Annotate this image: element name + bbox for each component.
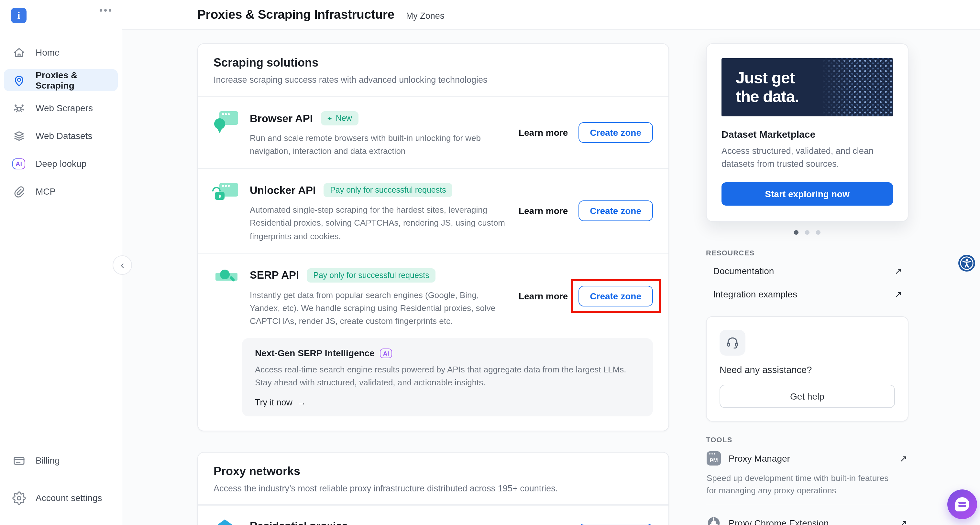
accessibility-button[interactable] [958,255,975,271]
proxy-networks-card: Proxy networks Access the industry’s mos… [197,452,669,525]
external-link-icon: ↗ [894,289,902,299]
external-link-icon: ↗ [900,453,907,463]
carousel-dot-2[interactable] [805,230,810,235]
sidebar-item-label: Account settings [36,493,102,503]
page-header: Proxies & Scraping Infrastructure My Zon… [122,0,980,30]
unlocker-api-icon [213,182,239,208]
banner-line-2: the data. [736,87,799,106]
sidebar-item-deep-lookup[interactable]: AI Deep lookup [4,152,118,174]
solution-description: Run and scale remote browsers with built… [250,132,508,158]
carousel-dots [706,230,908,235]
browser-api-icon [213,110,239,136]
right-rail: Just get the data. Dataset Marketplace A… [706,43,908,525]
pay-per-success-badge: Pay only for successful requests [323,183,453,198]
sidebar-item-home[interactable]: Home [4,41,118,63]
tool-proxy-chrome-extension[interactable]: Proxy Chrome Extension ↗ [706,511,908,525]
solution-row-unlocker-api: Unlocker API Pay only for successful req… [198,168,668,254]
gear-icon [12,491,26,505]
solution-title: SERP API [250,269,299,281]
brand-logo-icon[interactable]: i [11,8,27,23]
just-get-the-data-banner: Just get the data. [721,58,893,116]
sidebar-item-web-scrapers[interactable]: Web Scrapers [4,97,118,119]
promo-title: Next-Gen SERP Intelligence [255,348,375,358]
app-root: i Home Proxies & Scraping Web Scrapers [0,0,980,525]
proxy-manager-icon: PM [706,451,721,465]
sidebar-bottom-nav: Billing Account settings [4,449,118,509]
annotation-highlight-box: Create zone [570,279,661,313]
card-title: Scraping solutions [213,56,653,70]
start-exploring-button[interactable]: Start exploring now [721,182,893,205]
sidebar-item-label: Billing [36,455,60,466]
headset-icon [719,330,745,355]
sparkle-icon: ✦ [327,115,332,122]
sidebar-item-label: Deep lookup [36,159,86,169]
sidebar-item-account-settings[interactable]: Account settings [4,487,118,509]
scraping-solutions-header: Scraping solutions Increase scraping suc… [198,44,668,96]
divider [706,503,908,504]
tool-description: Speed up development time with built-in … [706,472,898,497]
promo-description: Access real-time search engine results p… [255,363,640,390]
card-subtitle: Access the industry’s most reliable prox… [213,484,653,494]
learn-more-link[interactable]: Learn more [519,206,568,216]
card-subtitle: Increase scraping success rates with adv… [213,75,653,85]
proxy-networks-header: Proxy networks Access the industry’s mos… [198,453,668,505]
create-zone-button-residential[interactable]: Create zone [578,524,653,525]
create-zone-button-unlocker-api[interactable]: Create zone [578,201,653,222]
location-pin-icon [12,73,26,87]
carousel-dot-3[interactable] [816,230,821,235]
try-it-now-link[interactable]: Try it now → [255,398,640,408]
tools-label: TOOLS [706,435,908,443]
solution-row-serp-api: SERP API Pay only for successful request… [198,253,668,431]
sidebar-overflow-menu-icon[interactable] [100,9,111,12]
spider-icon [12,101,26,115]
marketplace-description: Access structured, validated, and clean … [721,145,893,171]
sidebar-item-label: Proxies & Scraping [36,70,110,90]
sidebar-item-web-datasets[interactable]: Web Datasets [4,125,118,147]
main-content: Scraping solutions Increase scraping suc… [197,43,669,525]
carousel-dot-1[interactable] [794,230,799,235]
chrome-icon [706,515,721,525]
resource-link-integration-examples[interactable]: Integration examples ↗ [706,282,908,306]
banner-line-1: Just get [736,68,799,87]
learn-more-link[interactable]: Learn more [519,127,568,138]
page-subtitle[interactable]: My Zones [406,11,445,21]
home-icon [12,45,26,59]
solution-row-browser-api: Browser API ✦ New Run and scale remote b… [198,96,668,168]
sidebar-item-billing[interactable]: Billing [4,449,118,471]
marketplace-title: Dataset Marketplace [721,128,893,140]
get-help-button[interactable]: Get help [719,384,895,408]
tool-proxy-manager[interactable]: PM Proxy Manager ↗ [706,446,908,470]
resources-label: RESOURCES [706,249,908,256]
resource-link-documentation[interactable]: Documentation ↗ [706,259,908,282]
accessibility-icon [959,256,974,270]
arrow-right-icon: → [297,398,306,408]
assistance-card: Need any assistance? Get help [706,316,908,421]
sidebar-collapse-button[interactable]: ‹ [113,255,132,275]
sidebar-item-label: Web Datasets [36,131,92,141]
sidebar-item-label: MCP [36,186,56,197]
layers-icon [12,128,26,143]
banner-dot-pattern [821,58,893,116]
sidebar-item-mcp[interactable]: MCP [4,181,118,202]
external-link-icon: ↗ [894,265,902,276]
learn-more-link[interactable]: Learn more [519,291,568,301]
solution-title: Unlocker API [250,184,316,197]
serp-intelligence-promo: Next-Gen SERP Intelligence AI Access rea… [242,338,653,417]
residential-proxies-icon [213,519,239,525]
create-zone-button-browser-api[interactable]: Create zone [578,122,653,143]
ai-badge-icon: AI [380,348,393,358]
sidebar-nav: Home Proxies & Scraping Web Scrapers Web… [4,41,118,208]
dataset-marketplace-card: Just get the data. Dataset Marketplace A… [706,43,908,222]
solution-description: Automated single-step scraping for the h… [250,204,508,243]
chat-widget-button[interactable] [947,489,977,519]
sidebar-item-proxies-scraping[interactable]: Proxies & Scraping [4,69,118,91]
create-zone-button-serp-api[interactable]: Create zone [578,286,653,306]
paperclip-icon [12,184,26,198]
serp-api-icon [213,267,239,293]
new-badge: ✦ New [321,111,358,125]
sidebar-item-label: Web Scrapers [36,103,93,113]
network-title: Residential proxies [250,520,348,525]
card-title: Proxy networks [213,465,653,479]
sidebar-item-label: Home [36,47,60,57]
assistance-title: Need any assistance? [719,364,895,375]
